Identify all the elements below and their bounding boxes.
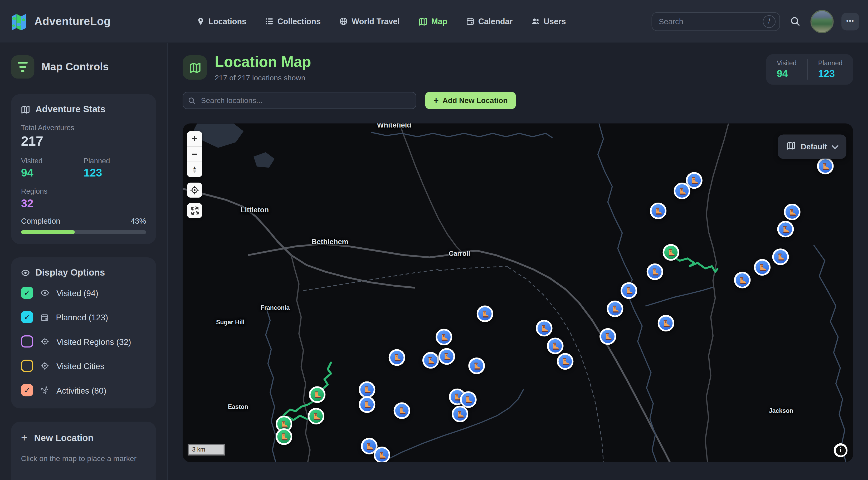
map-marker-planned[interactable] bbox=[468, 357, 485, 374]
zoom-in-button[interactable]: + bbox=[187, 131, 202, 146]
total-adventures-value: 217 bbox=[21, 133, 146, 149]
app: AdventureLog LocationsCollectionsWorld T… bbox=[0, 0, 868, 480]
global-search-input[interactable] bbox=[652, 12, 780, 31]
map-marker-visited[interactable] bbox=[308, 408, 324, 424]
hiking-boot-icon bbox=[690, 176, 699, 185]
map-marker-planned[interactable] bbox=[658, 315, 674, 331]
hiking-boot-icon bbox=[480, 309, 490, 319]
map-marker-planned[interactable] bbox=[772, 249, 789, 265]
checkbox-unchecked[interactable] bbox=[21, 335, 33, 348]
map-marker-visited[interactable] bbox=[276, 428, 292, 445]
display-option-planned-123[interactable]: ✓Planned (123) bbox=[21, 311, 146, 323]
map-marker-planned[interactable] bbox=[621, 282, 637, 299]
location-search-input[interactable] bbox=[183, 92, 416, 109]
map-marker-planned[interactable] bbox=[477, 306, 493, 322]
map-marker-visited[interactable] bbox=[663, 244, 679, 261]
zoom-out-button[interactable]: − bbox=[187, 146, 202, 162]
map-canvas[interactable]: WhitefieldLittletonBethlehemCarrollFranc… bbox=[183, 123, 853, 462]
display-option-visited-cities[interactable]: Visited Cities bbox=[21, 360, 146, 372]
pill-visited-value: 94 bbox=[777, 68, 797, 79]
map-marker-planned[interactable] bbox=[557, 353, 574, 370]
calendar-icon bbox=[40, 313, 49, 321]
pill-planned-value: 123 bbox=[818, 68, 843, 79]
locate-me-button[interactable] bbox=[187, 183, 202, 198]
checkbox-checked[interactable]: ✓ bbox=[21, 311, 33, 323]
nav-item-calendar[interactable]: Calendar bbox=[466, 17, 513, 26]
map-base-layer bbox=[183, 123, 853, 462]
checkbox-unchecked[interactable] bbox=[21, 360, 33, 372]
nav-item-users[interactable]: Users bbox=[531, 17, 566, 26]
map-marker-planned[interactable] bbox=[547, 338, 564, 354]
map-marker-planned[interactable] bbox=[438, 348, 455, 364]
hiking-boot-icon bbox=[464, 395, 473, 405]
nav-item-label: Calendar bbox=[478, 17, 513, 26]
map-marker-planned[interactable] bbox=[647, 263, 663, 280]
map-marker-planned[interactable] bbox=[359, 396, 375, 413]
display-option-activities-80[interactable]: ✓Activities (80) bbox=[21, 384, 146, 396]
add-new-location-button[interactable]: + Add New Location bbox=[425, 92, 516, 109]
map-marker-planned[interactable] bbox=[784, 204, 801, 220]
pin-icon bbox=[196, 17, 205, 26]
map-scale-bar: 3 km bbox=[188, 444, 225, 455]
map-marker-planned[interactable] bbox=[394, 402, 410, 419]
map-marker-planned[interactable] bbox=[817, 158, 834, 174]
map-marker-planned[interactable] bbox=[650, 202, 666, 219]
hiking-boot-icon bbox=[397, 406, 407, 415]
map-marker-planned[interactable] bbox=[359, 381, 375, 398]
checkbox-checked[interactable]: ✓ bbox=[21, 384, 33, 396]
navbar-actions: / ••• bbox=[652, 10, 859, 33]
map-marker-planned[interactable] bbox=[536, 320, 553, 337]
search-icon[interactable] bbox=[787, 14, 803, 29]
hiking-boot-icon bbox=[551, 341, 560, 351]
more-menu-button[interactable]: ••• bbox=[841, 12, 859, 30]
planned-value: 123 bbox=[84, 166, 146, 179]
map-river bbox=[645, 287, 713, 306]
map-marker-planned[interactable] bbox=[754, 259, 771, 276]
new-location-toggle[interactable]: + New Location bbox=[21, 432, 146, 444]
plus-icon: + bbox=[433, 95, 439, 105]
nav-item-label: Collections bbox=[277, 17, 321, 26]
display-option-label: Visited (94) bbox=[56, 288, 98, 297]
nav-item-locations[interactable]: Locations bbox=[196, 17, 246, 26]
nav-item-map[interactable]: Map bbox=[418, 17, 447, 26]
nav-item-collections[interactable]: Collections bbox=[265, 17, 320, 26]
hiking-boot-icon bbox=[781, 224, 790, 234]
hiking-boot-icon bbox=[560, 357, 570, 366]
top-navbar: AdventureLog LocationsCollectionsWorld T… bbox=[0, 0, 868, 43]
visited-value: 94 bbox=[21, 166, 84, 179]
map-marker-planned[interactable] bbox=[389, 349, 405, 366]
avatar[interactable] bbox=[811, 10, 834, 33]
hiking-boot-icon bbox=[362, 385, 372, 394]
map-water bbox=[253, 152, 275, 168]
sidebar-title: Map Controls bbox=[42, 61, 109, 73]
map-road bbox=[248, 244, 670, 462]
map-road bbox=[183, 189, 415, 288]
display-option-visited-94[interactable]: ✓Visited (94) bbox=[21, 287, 146, 299]
map-marker-planned[interactable] bbox=[607, 300, 623, 317]
hiking-boot-icon bbox=[426, 356, 436, 365]
map-marker-visited[interactable] bbox=[309, 386, 326, 403]
map-marker-planned[interactable] bbox=[460, 391, 477, 408]
map-marker-planned[interactable] bbox=[423, 352, 439, 369]
map-marker-planned[interactable] bbox=[599, 328, 616, 345]
hiking-boot-icon bbox=[279, 432, 289, 442]
display-option-visited-regions-32[interactable]: Visited Regions (32) bbox=[21, 335, 146, 348]
map-marker-planned[interactable] bbox=[734, 271, 751, 288]
new-location-title: New Location bbox=[34, 433, 94, 443]
brand[interactable]: AdventureLog bbox=[9, 11, 111, 31]
attribution-button[interactable]: i bbox=[834, 443, 848, 457]
fullscreen-button[interactable] bbox=[187, 203, 202, 218]
checkbox-checked[interactable]: ✓ bbox=[21, 287, 33, 299]
compass-button[interactable]: ▲▼ bbox=[187, 161, 202, 177]
map-marker-planned[interactable] bbox=[436, 329, 452, 345]
map-marker-planned[interactable] bbox=[674, 183, 690, 199]
layer-picker-button[interactable]: Default bbox=[778, 134, 846, 159]
hiking-boot-icon bbox=[279, 419, 289, 428]
content: Map Controls Adventure Stats Total Adven… bbox=[0, 43, 868, 480]
map-marker-planned[interactable] bbox=[452, 406, 468, 422]
nav-item-world-travel[interactable]: World Travel bbox=[339, 17, 400, 26]
completion-value: 43% bbox=[131, 216, 146, 225]
planned-label: Planned bbox=[84, 157, 146, 165]
map-marker-planned[interactable] bbox=[777, 221, 794, 237]
map-marker-planned[interactable] bbox=[374, 447, 390, 462]
